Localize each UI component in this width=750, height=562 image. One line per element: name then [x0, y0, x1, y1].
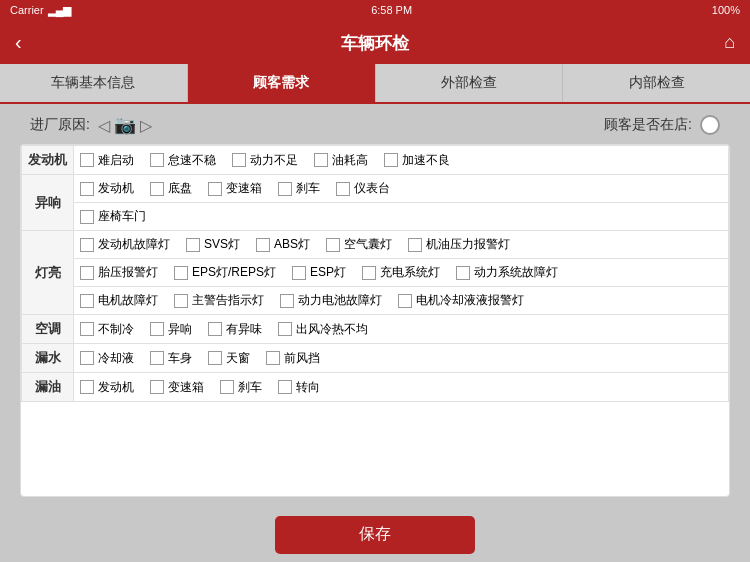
- checkbox[interactable]: [150, 182, 164, 196]
- tab-interior[interactable]: 内部检查: [563, 64, 750, 102]
- checkbox[interactable]: [384, 153, 398, 167]
- check-item[interactable]: 动力系统故障灯: [456, 264, 558, 281]
- checkbox[interactable]: [208, 182, 222, 196]
- check-item[interactable]: 冷却液: [80, 350, 134, 367]
- checkbox[interactable]: [80, 210, 94, 224]
- check-item[interactable]: 出风冷热不均: [278, 321, 368, 338]
- check-item[interactable]: 空气囊灯: [326, 236, 392, 253]
- checkbox[interactable]: [174, 266, 188, 280]
- checkbox[interactable]: [80, 322, 94, 336]
- check-item[interactable]: 变速箱: [208, 180, 262, 197]
- checkbox[interactable]: [398, 294, 412, 308]
- check-item[interactable]: 前风挡: [266, 350, 320, 367]
- checkbox[interactable]: [256, 238, 270, 252]
- checkbox[interactable]: [208, 322, 222, 336]
- customer-present-toggle[interactable]: [700, 115, 720, 135]
- check-item[interactable]: ESP灯: [292, 264, 346, 281]
- check-item[interactable]: 电机冷却液液报警灯: [398, 292, 524, 309]
- checkbox[interactable]: [362, 266, 376, 280]
- check-item[interactable]: 怠速不稳: [150, 152, 216, 169]
- checkbox[interactable]: [280, 294, 294, 308]
- checkbox[interactable]: [292, 266, 306, 280]
- check-item[interactable]: 仪表台: [336, 180, 390, 197]
- home-button[interactable]: ⌂: [724, 32, 735, 53]
- check-item[interactable]: 难启动: [80, 152, 134, 169]
- check-item[interactable]: 发动机: [80, 379, 134, 396]
- checkbox[interactable]: [80, 238, 94, 252]
- check-item[interactable]: 电机故障灯: [80, 292, 158, 309]
- table-row: 空调 不制冷 异响 有异味 出风冷热不均: [22, 315, 729, 344]
- checkbox[interactable]: [278, 182, 292, 196]
- check-item[interactable]: 发动机故障灯: [80, 236, 170, 253]
- checkbox[interactable]: [278, 380, 292, 394]
- checkbox[interactable]: [150, 322, 164, 336]
- lights-items-row3: 电机故障灯 主警告指示灯 动力电池故障灯 电机冷却液液报警灯: [80, 292, 722, 309]
- save-button[interactable]: 保存: [275, 516, 475, 554]
- check-item[interactable]: 充电系统灯: [362, 264, 440, 281]
- check-item[interactable]: SVS灯: [186, 236, 240, 253]
- checkbox[interactable]: [150, 380, 164, 394]
- check-item[interactable]: 车身: [150, 350, 192, 367]
- check-item[interactable]: 座椅车门: [80, 208, 146, 225]
- tab-exterior[interactable]: 外部检查: [376, 64, 564, 102]
- checkbox[interactable]: [80, 266, 94, 280]
- tab-customer[interactable]: 顾客需求: [188, 64, 376, 102]
- checkbox[interactable]: [220, 380, 234, 394]
- checkbox[interactable]: [336, 182, 350, 196]
- item-label: 前风挡: [284, 350, 320, 367]
- checkbox[interactable]: [80, 182, 94, 196]
- checkbox[interactable]: [80, 351, 94, 365]
- check-item[interactable]: EPS灯/REPS灯: [174, 264, 276, 281]
- checkbox[interactable]: [326, 238, 340, 252]
- check-item[interactable]: 有异味: [208, 321, 262, 338]
- check-item[interactable]: 主警告指示灯: [174, 292, 264, 309]
- checkbox[interactable]: [174, 294, 188, 308]
- check-item[interactable]: 动力不足: [232, 152, 298, 169]
- check-item[interactable]: 机油压力报警灯: [408, 236, 510, 253]
- checkbox[interactable]: [232, 153, 246, 167]
- back-button[interactable]: ‹: [15, 31, 22, 54]
- check-item[interactable]: 加速不良: [384, 152, 450, 169]
- table-row: 灯亮 发动机故障灯 SVS灯 ABS灯 空气囊灯 机油压力报警灯: [22, 231, 729, 259]
- check-item[interactable]: 转向: [278, 379, 320, 396]
- check-item[interactable]: 异响: [150, 321, 192, 338]
- waterleak-items-row: 冷却液 车身 天窗 前风挡: [80, 350, 722, 367]
- left-arrow-icon[interactable]: ◁: [98, 116, 110, 135]
- checkbox[interactable]: [314, 153, 328, 167]
- checkbox[interactable]: [278, 322, 292, 336]
- item-label: 有异味: [226, 321, 262, 338]
- item-label: 动力系统故障灯: [474, 264, 558, 281]
- tab-basic[interactable]: 车辆基本信息: [0, 64, 188, 102]
- checkbox[interactable]: [186, 238, 200, 252]
- check-item[interactable]: 底盘: [150, 180, 192, 197]
- check-item[interactable]: 变速箱: [150, 379, 204, 396]
- checkbox[interactable]: [80, 380, 94, 394]
- checkbox[interactable]: [208, 351, 222, 365]
- check-item[interactable]: 油耗高: [314, 152, 368, 169]
- item-label: SVS灯: [204, 236, 240, 253]
- checkbox[interactable]: [80, 153, 94, 167]
- section-label-engine: 发动机: [22, 146, 74, 175]
- check-item[interactable]: 不制冷: [80, 321, 134, 338]
- checkbox[interactable]: [408, 238, 422, 252]
- section-label-lights: 灯亮: [22, 231, 74, 315]
- checkbox[interactable]: [150, 153, 164, 167]
- check-item[interactable]: 胎压报警灯: [80, 264, 158, 281]
- check-item[interactable]: 天窗: [208, 350, 250, 367]
- check-item[interactable]: 动力电池故障灯: [280, 292, 382, 309]
- checkbox[interactable]: [266, 351, 280, 365]
- checkbox[interactable]: [80, 294, 94, 308]
- checkbox[interactable]: [456, 266, 470, 280]
- reason-selector[interactable]: ◁ 📷 ▷: [98, 114, 152, 136]
- item-label: 充电系统灯: [380, 264, 440, 281]
- check-item[interactable]: ABS灯: [256, 236, 310, 253]
- check-item[interactable]: 刹车: [220, 379, 262, 396]
- checkbox[interactable]: [150, 351, 164, 365]
- check-item[interactable]: 刹车: [278, 180, 320, 197]
- item-label: 不制冷: [98, 321, 134, 338]
- check-item[interactable]: 发动机: [80, 180, 134, 197]
- right-arrow-icon[interactable]: ▷: [140, 116, 152, 135]
- section-label-noise: 异响: [22, 175, 74, 231]
- table-row: 电机故障灯 主警告指示灯 动力电池故障灯 电机冷却液液报警灯: [22, 287, 729, 315]
- check-items-cell: 难启动 怠速不稳 动力不足 油耗高 加速不良: [74, 146, 729, 175]
